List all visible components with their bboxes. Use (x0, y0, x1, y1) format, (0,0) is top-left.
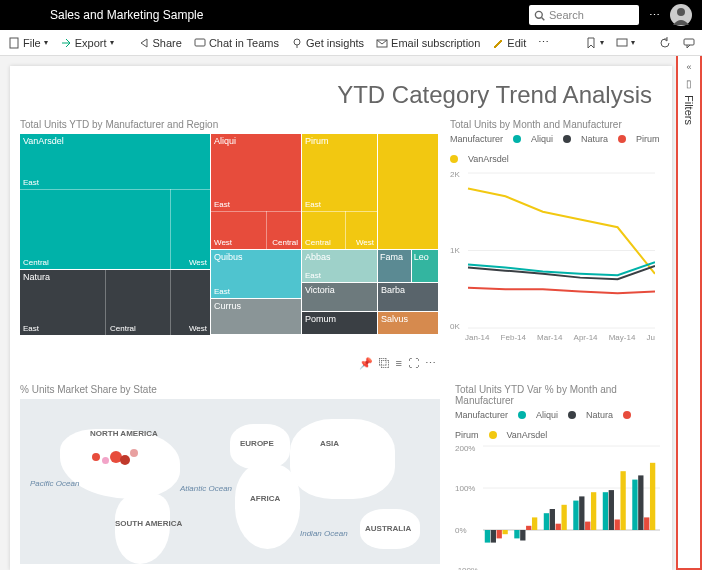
svg-rect-32 (556, 524, 561, 530)
pencil-icon (492, 37, 504, 49)
svg-point-0 (535, 11, 542, 18)
svg-rect-39 (591, 492, 596, 530)
lightbulb-icon (291, 37, 303, 49)
comment-button[interactable] (683, 37, 695, 49)
chevron-down-icon: ▾ (110, 38, 114, 47)
tm-quibus[interactable]: Quibus East (211, 250, 301, 298)
svg-point-2 (677, 8, 685, 16)
treemap-tile[interactable]: Total Units YTD by Manufacturer and Regi… (20, 119, 440, 378)
tm-natura[interactable]: Natura East Central West (20, 270, 210, 335)
visual-more-button[interactable]: ⋯ (425, 357, 436, 370)
export-button[interactable]: Export▾ (60, 37, 114, 49)
refresh-button[interactable] (659, 37, 671, 49)
dot-aliqui (518, 411, 526, 419)
tm-fama-leo[interactable]: Fama Leo (378, 250, 438, 282)
get-insights-button[interactable]: Get insights (291, 37, 364, 49)
bar-chart-visual[interactable]: 200% 100% 0% -100% Jan-14Feb-14Mar-14Apr… (455, 444, 660, 570)
svg-rect-3 (10, 38, 18, 48)
teams-icon (194, 37, 206, 49)
report-canvas: YTD Category Trend Analysis Total Units … (0, 56, 702, 570)
tm-abbas[interactable]: Abbas East (302, 250, 377, 282)
dot-pirum (623, 411, 631, 419)
file-button[interactable]: File▾ (8, 37, 48, 49)
bookmark-button[interactable]: ▾ (585, 37, 604, 49)
line-chart-title: Total Units by Month and Manufacturer (450, 119, 662, 130)
share-icon (138, 37, 150, 49)
visual-actions: 📌 ⿻ ≡ ⛶ ⋯ (20, 354, 440, 373)
report-page: YTD Category Trend Analysis Total Units … (10, 66, 672, 570)
topbar-more-button[interactable]: ⋯ (649, 9, 660, 22)
treemap-visual[interactable]: VanArsdel East Central West Natura East (20, 134, 440, 354)
tm-currus[interactable]: Currus (211, 299, 301, 334)
bar-chart-title: Total Units YTD Var % by Month and Manuf… (455, 384, 662, 406)
svg-point-5 (294, 39, 300, 45)
svg-rect-28 (609, 490, 614, 530)
export-icon (60, 37, 72, 49)
edit-button[interactable]: Edit (492, 37, 526, 49)
view-button[interactable]: ▾ (616, 37, 635, 49)
search-box[interactable]: Search (529, 5, 639, 25)
svg-rect-36 (502, 530, 507, 534)
svg-rect-30 (497, 530, 502, 538)
svg-rect-23 (632, 480, 637, 530)
dot-natura (563, 135, 571, 143)
svg-rect-24 (491, 530, 496, 543)
filters-label: Filters (683, 95, 695, 125)
focus-icon[interactable]: ⛶ (408, 357, 419, 370)
tm-pirum-ext[interactable] (378, 134, 438, 249)
tm-barba[interactable]: Barba (378, 283, 438, 311)
cmdbar-more-button[interactable]: ⋯ (538, 36, 549, 49)
pin-icon[interactable]: 📌 (359, 357, 373, 370)
tm-salvus[interactable]: Salvus (378, 312, 438, 334)
filter-icon[interactable]: ≡ (396, 357, 402, 370)
tm-pirum[interactable]: Pirum East Central West (302, 134, 377, 249)
map-visual[interactable]: NORTH AMERICA SOUTH AMERICA EUROPE AFRIC… (20, 399, 440, 564)
svg-rect-27 (579, 496, 584, 530)
tm-vanarsdel[interactable]: VanArsdel East Central West (20, 134, 210, 269)
bookmark-outline-icon[interactable]: ▯ (686, 78, 692, 89)
user-avatar[interactable] (670, 4, 692, 26)
email-subscription-button[interactable]: Email subscription (376, 37, 480, 49)
svg-rect-33 (585, 522, 590, 530)
svg-rect-4 (195, 39, 205, 46)
map-tile[interactable]: % Units Market Share by State NORTH AMER… (20, 384, 440, 570)
dot-pirum (618, 135, 626, 143)
treemap-title: Total Units YTD by Manufacturer and Regi… (20, 119, 440, 130)
report-title: Sales and Marketing Sample (10, 8, 529, 22)
bar-chart-tile[interactable]: Total Units YTD Var % by Month and Manuf… (455, 384, 662, 570)
dot-vanarsdel (450, 155, 458, 163)
collapse-icon[interactable]: « (686, 62, 691, 72)
command-bar: File▾ Export▾ Share Chat in Teams Get in… (0, 30, 702, 56)
search-icon (534, 10, 545, 21)
search-placeholder: Search (549, 9, 584, 21)
tm-pomum[interactable]: Pomum (302, 312, 377, 334)
app-topbar: Sales and Marketing Sample Search ⋯ (0, 0, 702, 30)
svg-rect-9 (684, 39, 694, 45)
svg-rect-8 (617, 39, 627, 46)
line-chart-tile[interactable]: Total Units by Month and Manufacturer Ma… (450, 119, 662, 378)
comment-icon (683, 37, 695, 49)
bookmark-icon (585, 37, 597, 49)
chat-teams-button[interactable]: Chat in Teams (194, 37, 279, 49)
view-icon (616, 37, 628, 49)
dot-aliqui (513, 135, 521, 143)
svg-rect-19 (514, 530, 519, 538)
svg-rect-38 (561, 505, 566, 530)
svg-rect-41 (650, 463, 655, 530)
tm-aliqui[interactable]: Aliqui East West Central (211, 134, 301, 249)
copy-icon[interactable]: ⿻ (379, 357, 390, 370)
svg-line-1 (542, 17, 545, 20)
line-legend: Manufacturer Aliqui Natura Pirum VanArsd… (450, 134, 662, 164)
svg-rect-40 (620, 471, 625, 530)
share-button[interactable]: Share (138, 37, 182, 49)
svg-rect-29 (638, 475, 643, 530)
bar-legend: Manufacturer Aliqui Natura Pirum VanArsd… (455, 410, 662, 440)
chevron-down-icon: ▾ (44, 38, 48, 47)
tm-victoria[interactable]: Victoria (302, 283, 377, 311)
svg-rect-25 (520, 530, 525, 541)
file-icon (8, 37, 20, 49)
filters-pane[interactable]: « ▯ Filters (676, 56, 702, 570)
svg-rect-34 (615, 520, 620, 531)
line-chart-visual[interactable]: 2K 1K 0K Jan-14Feb-14Mar-14Apr-14May-14J… (450, 168, 655, 378)
refresh-icon (659, 37, 671, 49)
